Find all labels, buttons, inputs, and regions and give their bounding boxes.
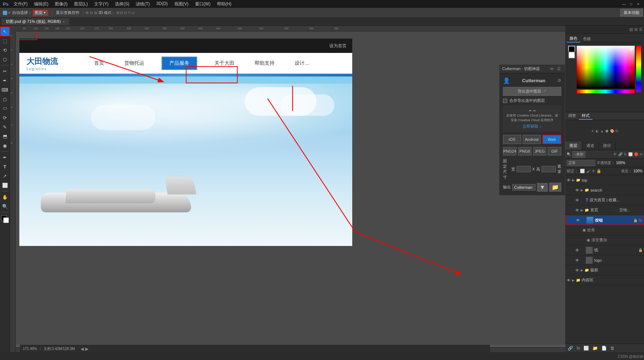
crop-tool[interactable]: ✂ — [1, 67, 9, 75]
auto-select-checkbox[interactable] — [3, 11, 7, 15]
lock-position-btn[interactable]: ✛ — [592, 169, 595, 173]
next-frame-btn[interactable]: ▶ — [85, 346, 88, 351]
menu-help[interactable]: 帮助(H) — [214, 0, 234, 8]
layer-style-toggle[interactable]: fx — [624, 152, 627, 156]
width-input[interactable] — [517, 166, 531, 172]
lock-image-btn[interactable]: 🖌 — [586, 169, 590, 173]
web-platform-btn[interactable]: Web — [542, 135, 561, 144]
layer-gradient-overlay[interactable]: ◉ 渐变叠加 — [565, 235, 644, 245]
android-platform-btn[interactable]: Android — [523, 135, 541, 144]
lock-transparent-btn[interactable]: ⬜ — [580, 169, 585, 173]
layer-mask-toggle[interactable]: ⬜ — [628, 152, 633, 156]
menu-text[interactable]: 文字(Y) — [91, 0, 111, 8]
menu-3d[interactable]: 3D(D) — [154, 0, 171, 8]
brush-tool[interactable]: ◻ — [1, 95, 9, 103]
background-color-swatch[interactable] — [568, 51, 575, 59]
link-layers-btn[interactable]: 🔗 — [567, 346, 574, 351]
magic-wand-tool[interactable]: ⬡ — [1, 55, 9, 64]
create-group-btn[interactable]: 📁 — [591, 346, 599, 351]
pen-tool[interactable]: ✒ — [1, 153, 9, 162]
healing-tool[interactable]: ⌨ — [1, 85, 9, 94]
install-cloud-link[interactable]: 立即获取 ↓ — [506, 124, 558, 129]
minimize-button[interactable]: — — [621, 1, 627, 7]
history-tool[interactable]: ⟳ — [1, 113, 9, 122]
cutterman-expand-icon[interactable]: ≫ — [548, 66, 556, 71]
expand-icon[interactable]: ▶ — [581, 188, 583, 192]
layer-effect[interactable]: ◉ 效果 — [565, 225, 644, 235]
visibility-icon[interactable]: 👁 — [575, 268, 579, 272]
visibility-icon[interactable]: 👁 — [575, 198, 579, 202]
adjustment-tab[interactable]: 调整 — [565, 112, 579, 120]
delete-layer-btn[interactable]: 🗑 — [609, 346, 616, 351]
layer-type-filter[interactable]: ○类型 — [572, 151, 585, 158]
panel-toolbar-icon3[interactable]: ☰ — [639, 27, 643, 32]
layer-button[interactable]: 👁 按钮 🔒 fx — [565, 215, 644, 225]
type-tool[interactable]: T — [1, 162, 9, 171]
expand-icon[interactable]: ▶ — [572, 178, 575, 182]
eraser-tool[interactable]: ✎ — [1, 123, 9, 131]
layer-link-toggle[interactable]: 🔗 — [618, 152, 623, 156]
channels-tab[interactable]: 通道 — [582, 142, 599, 150]
visibility-icon[interactable]: 👁 — [567, 178, 571, 182]
nav-home[interactable]: 首页 — [91, 59, 107, 68]
layer-color-toggle[interactable]: 🔴 — [634, 152, 638, 156]
zoom-tool[interactable]: 🔍 — [1, 202, 9, 211]
path-selection-tool[interactable]: ↗ — [1, 172, 9, 180]
cutterman-menu-icon[interactable]: ☰ — [556, 66, 562, 71]
layer-type-dropdown[interactable]: 图层 ▼ — [33, 10, 48, 16]
adj-icon2[interactable]: ◐ — [596, 129, 599, 133]
workspace-dropdown[interactable]: 基本功能 — [620, 9, 643, 16]
adj-icon5[interactable]: 🎨 — [610, 129, 614, 133]
visibility-icon[interactable]: 👁 — [576, 218, 580, 222]
shape-tool[interactable]: ⬜ — [1, 181, 9, 189]
hand-tool[interactable]: ✋ — [1, 193, 9, 201]
png24-format-btn[interactable]: PNG24 — [503, 147, 517, 156]
layer-top[interactable]: 👁 ▶ 📁 top — [565, 175, 644, 185]
nav-freight[interactable]: 货物托运 — [121, 59, 147, 68]
expand-icon[interactable]: ▶ — [572, 278, 575, 282]
color-tab[interactable]: 颜色 — [567, 35, 580, 43]
spectrum-bar-vertical[interactable] — [636, 46, 641, 92]
panel-toolbar-icon2[interactable]: ⊞ — [634, 27, 638, 32]
layer-setpage[interactable]: 👁 T 设为首页 | 收藏... — [565, 195, 644, 205]
jpeg-format-btn[interactable]: JPEG — [533, 147, 547, 156]
menu-edit[interactable]: 编辑(E) — [31, 0, 51, 8]
gradient-tool[interactable]: ⬒ — [1, 132, 9, 140]
paths-tab[interactable]: 路径 — [599, 142, 616, 150]
adj-icon1[interactable]: ☀ — [591, 129, 594, 133]
layer-vis-toggle[interactable]: 👁 — [613, 152, 617, 156]
eyedropper-tool[interactable]: ✒ — [1, 76, 9, 85]
layer-content-area[interactable]: 👁 ▶ 📁 内容区 — [565, 275, 644, 285]
menu-select[interactable]: 选择(S) — [112, 0, 132, 8]
output-folder-btn[interactable]: 📁 — [549, 183, 561, 192]
output-dropdown-btn[interactable]: ▼ — [537, 183, 548, 192]
layer-smart-toggle[interactable]: ⟳ — [640, 152, 643, 156]
canvas-area[interactable]: 90 120 150 180 210 240 270 300 330 360 3… — [10, 26, 565, 352]
visibility-icon[interactable]: 👁 — [567, 278, 571, 282]
layers-tab[interactable]: 图层 — [565, 142, 582, 150]
menu-layer[interactable]: 图层(L) — [71, 0, 91, 8]
close-button[interactable]: × — [635, 1, 641, 7]
menu-file[interactable]: 文件(F) — [11, 0, 30, 8]
styles-tab[interactable]: 样式 — [579, 112, 592, 120]
hue-slider[interactable] — [577, 90, 635, 93]
lock-all-btn[interactable]: 🔒 — [596, 169, 601, 173]
height-input[interactable] — [542, 166, 556, 172]
color-picker-gradient[interactable] — [577, 46, 635, 89]
lasso-tool[interactable]: ⟲ — [1, 46, 9, 54]
expand-icon[interactable]: ▶ — [581, 208, 583, 212]
layer-copyright[interactable]: 👁 ▶ 📁 版权 — [565, 265, 644, 275]
blur-tool[interactable]: ◉ — [1, 141, 9, 150]
expand-icon[interactable]: ▶ — [581, 268, 583, 272]
close-icon[interactable]: × — [63, 20, 65, 24]
png8-format-btn[interactable]: PNG8 — [518, 147, 532, 156]
swatches-tab[interactable]: 色板 — [580, 35, 594, 42]
layer-logo[interactable]: 👁 logo — [565, 255, 644, 265]
add-style-btn[interactable]: fx — [576, 346, 581, 351]
visibility-icon[interactable]: 👁 — [575, 188, 579, 192]
menu-window[interactable]: 窗口(W) — [192, 0, 213, 8]
nav-design[interactable]: 设计... — [292, 59, 312, 68]
background-color[interactable] — [3, 217, 9, 223]
adj-icon3[interactable]: ▲ — [600, 129, 604, 133]
menu-filter[interactable]: 滤镜(T) — [133, 0, 152, 8]
